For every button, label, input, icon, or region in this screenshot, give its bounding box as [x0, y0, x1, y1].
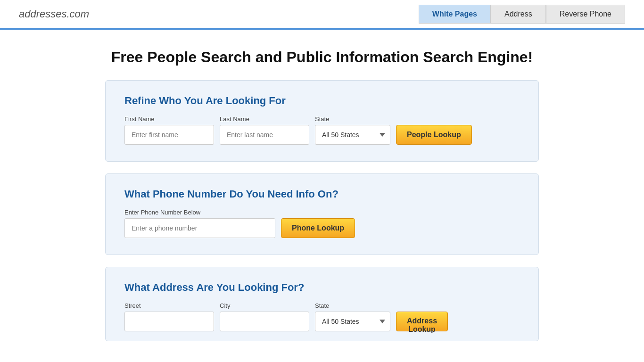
- street-label: Street: [124, 302, 214, 309]
- phone-number-label: Enter Phone Number Below: [124, 209, 275, 216]
- address-search-card: What Address Are You Looking For? Street…: [105, 267, 539, 341]
- street-input[interactable]: [124, 312, 214, 331]
- site-logo: addresses.com: [19, 8, 89, 20]
- last-name-group: Last Name: [220, 115, 309, 145]
- first-name-group: First Name: [124, 115, 214, 145]
- people-card-title: Refine Who You Are Looking For: [124, 95, 520, 107]
- state-group: State All 50 StatesAlabamaAlaskaArizonaA…: [315, 115, 390, 145]
- address-lookup-button[interactable]: AddressLookup: [396, 312, 448, 331]
- last-name-input[interactable]: [220, 125, 309, 145]
- phone-number-input[interactable]: [124, 218, 275, 238]
- state-label: State: [315, 115, 390, 123]
- header: addresses.com White Pages Address Revers…: [0, 0, 644, 30]
- last-name-label: Last Name: [220, 115, 309, 123]
- city-input[interactable]: [220, 312, 309, 331]
- street-group: Street: [124, 302, 214, 331]
- phone-search-card: What Phone Number Do You Need Info On? E…: [105, 173, 539, 255]
- page-title: Free People Search and Public Informatio…: [105, 49, 539, 66]
- state-select[interactable]: All 50 StatesAlabamaAlaskaArizonaArkansa…: [315, 125, 390, 145]
- phone-card-title: What Phone Number Do You Need Info On?: [124, 188, 520, 200]
- tab-address[interactable]: Address: [491, 5, 546, 24]
- main-content: Free People Search and Public Informatio…: [96, 30, 548, 362]
- address-state-group: State All 50 StatesAlabamaAlaskaArizonaA…: [315, 302, 390, 331]
- first-name-label: First Name: [124, 115, 214, 123]
- phone-number-group: Enter Phone Number Below: [124, 209, 275, 238]
- tab-reverse-phone[interactable]: Reverse Phone: [546, 5, 625, 24]
- address-state-label: State: [315, 302, 390, 309]
- city-group: City: [220, 302, 309, 331]
- people-search-card: Refine Who You Are Looking For First Nam…: [105, 80, 539, 162]
- address-card-title: What Address Are You Looking For?: [124, 281, 520, 294]
- first-name-input[interactable]: [124, 125, 214, 145]
- tab-white-pages[interactable]: White Pages: [419, 5, 491, 24]
- phone-fields-row: Enter Phone Number Below Phone Lookup: [124, 209, 520, 238]
- people-fields-row: First Name Last Name State All 50 States…: [124, 115, 520, 145]
- phone-lookup-button[interactable]: Phone Lookup: [281, 218, 355, 238]
- address-fields-row: Street City State All 50 StatesAlabamaAl…: [124, 302, 520, 331]
- nav-tabs: White Pages Address Reverse Phone: [419, 5, 625, 24]
- city-label: City: [220, 302, 309, 309]
- people-lookup-button[interactable]: People Lookup: [396, 125, 472, 145]
- address-state-select[interactable]: All 50 StatesAlabamaAlaskaArizonaArkansa…: [315, 312, 390, 331]
